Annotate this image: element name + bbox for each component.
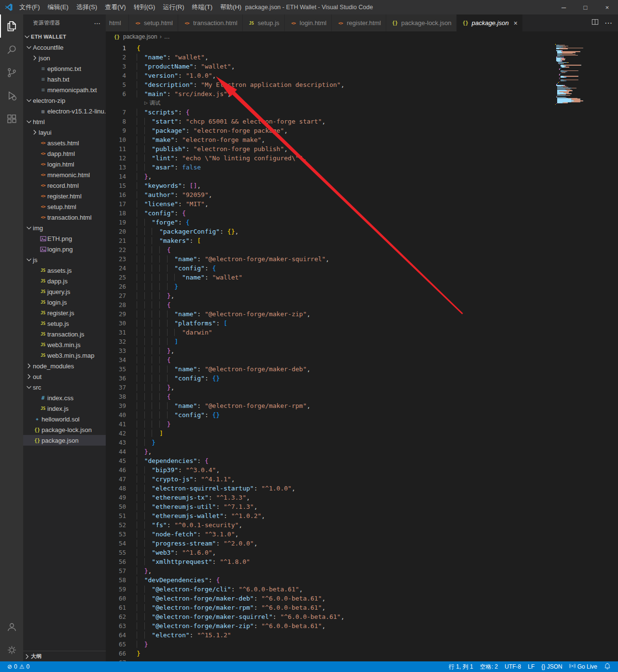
workspace-root-header[interactable]: ETH WALLET [23, 31, 106, 42]
code-line-61[interactable]: 61 "@electron-forge/maker-rpm": "^6.0.0-… [106, 603, 618, 612]
tree-item-dapp.html[interactable]: <>dapp.html [23, 148, 106, 159]
code-line-42[interactable]: 42 ] [106, 429, 618, 438]
tab-login.html[interactable]: <>login.html [285, 14, 332, 31]
code-line-29[interactable]: 29 "name": "@electron-forge/maker-zip", [106, 309, 618, 319]
code-line-54[interactable]: 54 "progress-stream": "^2.0.0", [106, 539, 618, 548]
code-line-5[interactable]: 5 "description": "My Electron applicatio… [106, 80, 618, 89]
tree-item-assets.js[interactable]: JSassets.js [23, 265, 106, 276]
tree-item-eptionmc.txt[interactable]: ≡eptionmc.txt [23, 63, 106, 74]
status-go-live[interactable]: Go Live [566, 661, 601, 672]
tree-item-html[interactable]: html [23, 116, 106, 127]
code-line-40[interactable]: 40 "config": {} [106, 410, 618, 420]
code-line-9[interactable]: 9 "package": "electron-forge package", [106, 126, 618, 135]
tree-item-out[interactable]: out [23, 371, 106, 382]
code-line-12[interactable]: 12 "lint": "echo \"No linting configured… [106, 154, 618, 163]
code-line-41[interactable]: 41 } [106, 420, 618, 429]
code-line-49[interactable]: 49 "ethereumjs-tx": "^1.3.3", [106, 493, 618, 502]
code-line-32[interactable]: 32 ] [106, 337, 618, 346]
tree-item-src[interactable]: src [23, 382, 106, 392]
code-line-33[interactable]: 33 }, [106, 346, 618, 355]
tree-item-json[interactable]: json [23, 53, 106, 63]
search-icon[interactable] [0, 38, 23, 61]
status-language-mode[interactable]: {} JSON [538, 661, 565, 672]
tree-item-login.js[interactable]: JSlogin.js [23, 297, 106, 308]
code-line-48[interactable]: 48 "electron-squirrel-startup": "^1.0.0"… [106, 484, 618, 493]
code-line-35[interactable]: 35 "name": "@electron-forge/maker-deb", [106, 364, 618, 374]
tree-item-web3.min.js[interactable]: JSweb3.min.js [23, 339, 106, 350]
tree-item-hash.txt[interactable]: ≡hash.txt [23, 74, 106, 84]
code-line-16[interactable]: 16 "author": "92059", [106, 190, 618, 199]
problems-indicator[interactable]: ⊘ 0 ⚠ 0 [4, 661, 33, 672]
tree-item-record.html[interactable]: <>record.html [23, 180, 106, 191]
code-line-30[interactable]: 30 "platforms": [ [106, 319, 618, 328]
tree-item-login.html[interactable]: <>login.html [23, 159, 106, 169]
tree-item-layui[interactable]: layui [23, 127, 106, 138]
code-line-46[interactable]: 46 "bip39": "^3.0.4", [106, 465, 618, 475]
code-line-17[interactable]: 17 "license": "MIT", [106, 199, 618, 209]
code-line-36[interactable]: 36 "config": {} [106, 374, 618, 383]
settings-gear-icon[interactable] [0, 638, 23, 661]
extensions-icon[interactable] [0, 107, 23, 130]
tab-setup.js[interactable]: JSsetup.js [243, 14, 285, 31]
code-line-37[interactable]: 37 }, [106, 383, 618, 392]
code-line-58[interactable]: 58 "devDependencies": { [106, 575, 618, 585]
tab-setup.html[interactable]: <>setup.html [129, 14, 178, 31]
codelens-debug-link[interactable]: ▷调试 [126, 98, 160, 108]
source-control-icon[interactable] [0, 61, 23, 84]
tree-item-setup.js[interactable]: JSsetup.js [23, 318, 106, 329]
tree-item-jquery.js[interactable]: JSjquery.js [23, 286, 106, 297]
code-line-22[interactable]: 22 { [106, 245, 618, 254]
editor-more-actions-icon[interactable]: ⋯ [604, 18, 612, 28]
code-line-52[interactable]: 52 "fs": "^0.0.1-security", [106, 520, 618, 530]
code-line-43[interactable]: 43 } [106, 438, 618, 447]
tree-item-assets.html[interactable]: <>assets.html [23, 138, 106, 148]
code-line-39[interactable]: 39 "name": "@electron-forge/maker-rpm", [106, 401, 618, 410]
tree-item-js[interactable]: js [23, 254, 106, 265]
code-line-14[interactable]: 14 }, [106, 172, 618, 181]
status-encoding[interactable]: UTF-8 [501, 661, 524, 672]
status-cursor-position[interactable]: 行 1, 列 1 [445, 661, 477, 672]
tree-item-package.json[interactable]: {}package.json [23, 435, 106, 446]
code-line-66[interactable]: 66} [106, 649, 618, 658]
code-line-50[interactable]: 50 "ethereumjs-util": "^7.1.3", [106, 502, 618, 511]
tree-item-mnemonicpath.txt[interactable]: ≡mnemonicpath.txt [23, 84, 106, 95]
minimap[interactable] [555, 42, 586, 106]
breadcrumb-file[interactable]: package.json [123, 33, 157, 40]
code-line-3[interactable]: 3 "productName": "wallet", [106, 62, 618, 71]
code-line-28[interactable]: 28 { [106, 300, 618, 309]
code-line-25[interactable]: 25 "name": "wallet" [106, 273, 618, 282]
code-line-63[interactable]: 63 "@electron-forge/maker-zip": "^6.0.0-… [106, 621, 618, 630]
status-indentation[interactable]: 空格: 2 [477, 661, 501, 672]
code-line-2[interactable]: 2 "name": "wallet", [106, 53, 618, 62]
code-line-60[interactable]: 60 "@electron-forge/maker-deb": "^6.0.0-… [106, 594, 618, 603]
tree-item-index.js[interactable]: JSindex.js [23, 403, 106, 414]
code-line-1[interactable]: 1{ [106, 43, 618, 53]
close-button[interactable]: × [596, 0, 618, 14]
code-line-23[interactable]: 23 "name": "@electron-forge/maker-squirr… [106, 254, 618, 264]
tree-item-register.html[interactable]: <>register.html [23, 191, 106, 201]
code-line-4[interactable]: 4 "version": "1.0.0", [106, 71, 618, 80]
close-tab-icon[interactable]: × [514, 19, 518, 27]
menu-帮助(H)[interactable]: 帮助(H) [216, 0, 245, 14]
menu-运行(R)[interactable]: 运行(R) [159, 0, 188, 14]
tree-item-transaction.html[interactable]: <>transaction.html [23, 212, 106, 223]
tree-item-web3.min.js.map[interactable]: JSweb3.min.js.map [23, 350, 106, 361]
code-line-26[interactable]: 26 } [106, 282, 618, 291]
tree-item-ETH.png[interactable]: ETH.png [23, 233, 106, 244]
breadcrumb-more[interactable]: … [164, 33, 170, 40]
run-debug-icon[interactable] [0, 84, 23, 107]
maximize-button[interactable]: □ [575, 0, 596, 14]
tree-item-mnemonic.html[interactable]: <>mnemonic.html [23, 169, 106, 180]
code-line-24[interactable]: 24 "config": { [106, 264, 618, 273]
code-line-8[interactable]: 8 "start": "chcp 65001 && electron-forge… [106, 117, 618, 126]
code-line-31[interactable]: 31 "darwin" [106, 328, 618, 337]
code-line-18[interactable]: 18 "config": { [106, 209, 618, 218]
menu-终端(T)[interactable]: 终端(T) [188, 0, 216, 14]
code-line-20[interactable]: 20 "packagerConfig": {}, [106, 227, 618, 236]
menu-查看(V)[interactable]: 查看(V) [101, 0, 129, 14]
tree-item-node_modules[interactable]: node_modules [23, 361, 106, 371]
code-line-45[interactable]: 45 "dependencies": { [106, 456, 618, 465]
split-editor-icon[interactable] [591, 18, 599, 28]
tree-item-index.css[interactable]: #index.css [23, 392, 106, 403]
code-line-62[interactable]: 62 "@electron-forge/maker-squirrel": "^6… [106, 612, 618, 621]
